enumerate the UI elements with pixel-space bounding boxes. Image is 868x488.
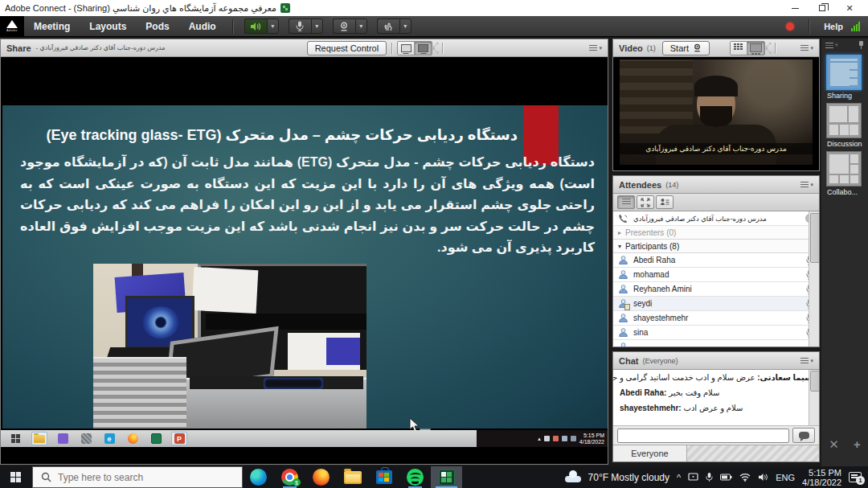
firefox-icon[interactable] (305, 466, 337, 488)
microphone-tray-icon[interactable] (706, 472, 713, 482)
battery-tray-icon[interactable] (720, 474, 732, 481)
layout-thumbnail-collaboration[interactable] (826, 151, 862, 187)
chat-scrollbar[interactable] (809, 370, 819, 425)
fullscreen-icon[interactable]: ⤢⤡ (432, 43, 437, 54)
chrome-extension-badge: $ (293, 478, 301, 486)
attendee-list-view-icon[interactable] (617, 195, 635, 209)
webcam-dropdown[interactable]: ▾ (355, 18, 367, 34)
breakout-view-icon[interactable] (637, 195, 654, 209)
speaker-icon[interactable] (244, 18, 267, 34)
collapse-arrow-icon[interactable]: ▸ (618, 229, 621, 236)
pin-icon[interactable] (858, 41, 864, 49)
notification-badge: 1 (856, 476, 865, 485)
attendee-row[interactable]: mohamad (613, 268, 819, 282)
display-tray-icon[interactable] (688, 473, 698, 482)
menu-meeting[interactable]: Meeting (24, 16, 80, 37)
wifi-tray-icon[interactable] (739, 473, 751, 482)
host-phone-row[interactable]: مدرس دوره-جناب آقاي دكتر صادقي فيروزآباد… (613, 211, 819, 226)
grid-view-icon[interactable] (731, 42, 747, 55)
layouts-sidebar: ▾ Sharing Discussion (821, 39, 868, 466)
menu-audio[interactable]: Audio (179, 16, 226, 37)
search-input[interactable] (58, 472, 219, 483)
shared-tray-icon (544, 436, 550, 441)
video-pod-header: Video (1) Start ⤢⤡ ▾ (613, 39, 819, 57)
microsoft-store-icon[interactable] (368, 466, 399, 488)
minimize-button[interactable] (781, 0, 809, 16)
adobe-connect-taskbar-icon[interactable] (431, 466, 462, 488)
edge-icon[interactable] (243, 466, 274, 488)
speaker-dropdown[interactable]: ▾ (267, 18, 279, 34)
volume-tray-icon[interactable] (758, 473, 768, 482)
fullscreen-icon[interactable]: ⤢⤡ (765, 43, 770, 54)
connect-menubar: Adobe Meeting Layouts Pods Audio ▾ ▾ ▾ ▾… (0, 16, 868, 37)
webcam-feed: مدرس دوره-جناب آقاي دكتر صادقي فيروزآباد… (620, 59, 813, 165)
speaker-button-group: ▾ (244, 18, 279, 34)
pod-options-menu-icon[interactable]: ▾ (589, 45, 602, 51)
close-chat-icon[interactable]: ✕ (829, 437, 839, 452)
language-indicator[interactable]: ENG (776, 473, 795, 482)
weather-cloud-icon[interactable] (565, 473, 581, 482)
pod-options-menu-icon[interactable]: ▾ (800, 358, 813, 364)
spotify-icon[interactable] (399, 466, 431, 488)
send-message-button[interactable] (792, 428, 815, 443)
raise-hand-dropdown[interactable]: ▾ (399, 18, 411, 34)
help-menu[interactable]: Help (824, 22, 843, 31)
layout-option-discussion[interactable]: Discussion (826, 103, 863, 148)
fit-width-icon[interactable] (415, 42, 432, 55)
participants-group-row[interactable]: ▾ Participants (8) (613, 240, 819, 253)
attendee-row[interactable]: sina (613, 326, 819, 340)
presenters-group-label: Presenters (0) (625, 228, 676, 237)
presenters-group-row[interactable]: ▸ Presenters (0) (613, 226, 819, 240)
scrollbar-thumb[interactable] (810, 213, 819, 263)
raise-hand-icon[interactable] (377, 18, 399, 34)
pod-options-menu-icon[interactable]: ▾ (800, 182, 813, 188)
layout-thumbnail-discussion[interactable] (826, 103, 862, 138)
weather-label[interactable]: 70°F Mostly cloudy (588, 472, 670, 483)
attendee-row[interactable]: Reyhaneh Amini (613, 282, 819, 297)
layouts-sidebar-top: ▾ (821, 39, 868, 51)
taskbar-clock[interactable]: 5:15 PM 4/18/2022 (802, 468, 841, 487)
close-button[interactable]: ✕ (836, 0, 863, 16)
attendee-name: Reyhaneh Amini (633, 285, 692, 293)
attendee-row[interactable]: shayestehmehr (613, 311, 819, 326)
scrollbar-thumb[interactable] (810, 371, 819, 392)
restore-button[interactable] (809, 0, 836, 16)
start-button[interactable] (0, 466, 32, 488)
tab-everyone[interactable]: Everyone (613, 445, 687, 461)
attendee-status-view-icon[interactable] (656, 195, 674, 209)
start-webcam-button[interactable]: Start (662, 41, 710, 55)
shared-adobe-connect-icon (148, 432, 164, 445)
adobe-a-icon (6, 20, 18, 28)
microphone-icon[interactable] (289, 18, 311, 34)
attendee-row[interactable]: Abedi Raha (613, 253, 819, 268)
menu-pods[interactable]: Pods (136, 16, 178, 37)
notification-center-icon[interactable]: 1 (849, 472, 862, 482)
webcam-icon[interactable] (333, 18, 355, 34)
video-count: (1) (647, 44, 656, 52)
show-hidden-icons[interactable]: ^ (677, 473, 681, 482)
connection-strength-icon[interactable] (851, 22, 860, 31)
layouts-menu-icon[interactable]: ▾ (825, 42, 838, 48)
attendee-row-partial[interactable] (613, 340, 819, 347)
chat-input[interactable] (617, 429, 789, 443)
request-control-button[interactable]: Request Control (307, 41, 387, 55)
attendee-row-selected[interactable]: seydi (613, 297, 819, 311)
expand-arrow-icon[interactable]: ▾ (618, 243, 621, 250)
attendees-scrollbar[interactable] (809, 211, 819, 347)
filmstrip-view-icon[interactable] (747, 42, 764, 55)
layout-option-collaboration[interactable]: Collabo... (826, 151, 863, 196)
shared-system-tray: ▴ 5:15 PM 4/18/2022 (477, 430, 608, 447)
layout-option-sharing[interactable]: Sharing (826, 55, 863, 100)
menu-layouts[interactable]: Layouts (80, 16, 136, 37)
layout-thumbnail-sharing[interactable] (826, 55, 862, 90)
adobe-wordmark: Adobe (6, 28, 18, 32)
microphone-dropdown[interactable]: ▾ (311, 18, 323, 34)
video-layout-toggle (730, 41, 765, 55)
add-pod-icon[interactable]: + (854, 437, 861, 452)
taskbar-search[interactable] (32, 466, 243, 488)
pod-options-menu-icon[interactable]: ▾ (800, 45, 813, 51)
chrome-icon[interactable]: $ (274, 466, 305, 488)
fit-page-icon[interactable] (398, 42, 415, 55)
chat-sender: Abedi Raha: (620, 388, 666, 397)
file-explorer-icon[interactable] (337, 466, 368, 488)
